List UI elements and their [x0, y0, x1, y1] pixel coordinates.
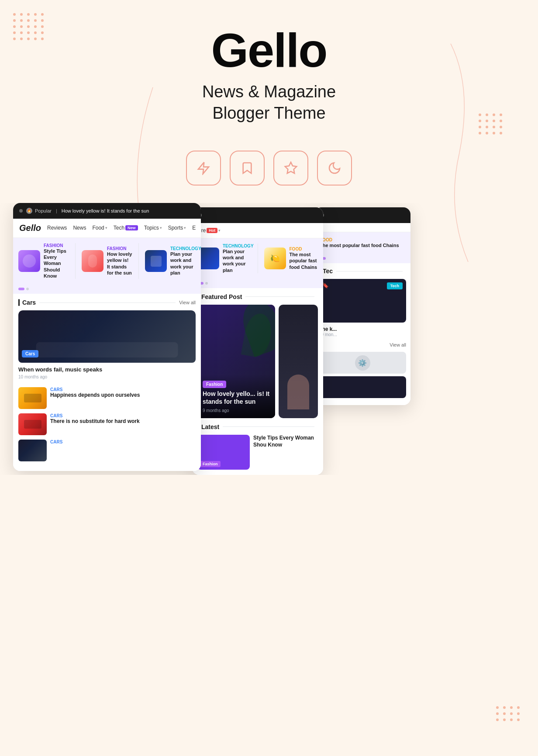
featured-title-tech: Plan your work and work your plan: [223, 248, 254, 273]
big-car-time: 10 months ago: [18, 375, 196, 379]
small-article-1[interactable]: Cars Happiness depends upon ourselves: [18, 387, 196, 409]
nav-tech[interactable]: Tech New: [114, 225, 138, 231]
section-divider-2: [245, 296, 314, 297]
latest-card-left[interactable]: Fashion: [197, 435, 250, 470]
small-article-text-2: Cars There is no substitute for hard wor…: [50, 413, 140, 425]
featured-post-header: Featured Post: [197, 293, 318, 300]
featured-title-3b: The most popular fast food Chains: [320, 242, 399, 248]
figure-deco: [287, 375, 309, 409]
featured-card-food: 🍋 Food The most popular fast food Chains: [264, 244, 318, 273]
featured-post-left[interactable]: Fashion How lovely yello... is! It stand…: [197, 305, 275, 418]
featured-strip-1: Fashion Style Tips Every Woman Should Kn…: [13, 238, 201, 284]
featured-card-3: Food The most popular fast food Chains: [320, 237, 405, 248]
browser-mockup-1: 🔥 Popular | How lovely yellow is! It sta…: [13, 203, 201, 471]
indicator-dot-active: [18, 288, 24, 290]
lightning-button[interactable]: [186, 151, 221, 186]
featured-title-2: How lovely yellow is! It stands for the …: [107, 251, 132, 276]
cars-section-header: Cars View all: [18, 299, 196, 306]
small-article-img-1: [18, 387, 47, 409]
browser-mockup-2: ore Hot ▾ Technology Plan your work and …: [192, 207, 323, 475]
browser-mockup-3: Food The most popular fast food Chains T…: [314, 207, 410, 405]
tech-big-card[interactable]: Tech 🔖: [319, 279, 406, 323]
featured-cat-3b: Food: [320, 237, 399, 242]
section-divider: [39, 302, 176, 303]
featured-card-tech-2: Technology Plan your work and work your …: [197, 244, 252, 273]
small-article-img-3: [18, 440, 47, 461]
hot-badge: Hot: [207, 228, 217, 233]
nav-topics[interactable]: Topics ▾: [144, 225, 162, 231]
hero-subtitle: News & Magazine Blogger Theme: [0, 81, 538, 124]
section-divider-4: [336, 271, 403, 271]
small-article-3[interactable]: Cars: [18, 440, 196, 461]
star-button[interactable]: [273, 151, 308, 186]
small-article-title-2: There is no substitute for hard work: [50, 418, 140, 425]
nav-bar-1: Gello Reviews News Food ▾ Tech New Topic…: [13, 219, 201, 238]
nav-sports[interactable]: Sports ▾: [168, 225, 186, 231]
icon-buttons-row: [0, 151, 538, 186]
small-article-text-3: Cars: [50, 440, 62, 444]
nav-logo-1: Gello: [19, 223, 41, 233]
nav-bar-2: ore Hot ▾: [192, 223, 323, 238]
tech-section-header: Tec: [319, 268, 406, 275]
bookmark-icon: [240, 161, 254, 175]
nav-bar-3: [314, 223, 410, 232]
featured-title-food: The most popular fast food Chains: [290, 251, 318, 270]
featured-text-food: Food The most popular fast food Chains: [290, 247, 318, 270]
featured-text-2: Fashion How lovely yellow is! It stands …: [107, 246, 132, 276]
big-car-card[interactable]: Cars When words fail, music speaks 10 mo…: [18, 310, 196, 383]
lightning-icon: [197, 161, 210, 175]
featured-strip-2: Technology Plan your work and work your …: [192, 238, 323, 278]
tech-article-title: The k...: [319, 326, 406, 332]
bookmark-icon-card: 🔖: [322, 282, 329, 289]
latest-section-header: Latest: [197, 423, 318, 430]
latest-card-title: Style Tips Every Woman Shou Know: [253, 435, 318, 448]
fashion-tag: Fashion: [203, 381, 226, 388]
cars-view-all[interactable]: View all: [179, 300, 196, 305]
latest-section: Latest Fashion Style Tips Every Woman Sh…: [197, 423, 318, 470]
small-article-cat-2: Cars: [50, 413, 140, 418]
featured-cat-food: Food: [290, 247, 318, 251]
featured-card-tech: Technology Plan your work and work your …: [145, 243, 196, 279]
star-icon: [284, 161, 298, 175]
mockups-container: 🔥 Popular | How lovely yellow is! It sta…: [0, 203, 538, 475]
tech-small-card-1[interactable]: ⚙️: [319, 352, 406, 374]
latest-card-right: Style Tips Every Woman Shou Know: [253, 435, 318, 470]
featured-post-right-bg: [279, 305, 318, 418]
tech-small-img-1: ⚙️: [355, 355, 370, 371]
moon-icon: [328, 161, 341, 175]
small-article-title-1: Happiness depends upon ourselves: [50, 392, 140, 399]
featured-cat-1: Fashion: [44, 243, 69, 248]
svg-marker-0: [285, 162, 297, 173]
tech-small-card-2[interactable]: [319, 376, 406, 398]
big-car-info: When words fail, music speaks 10 months …: [18, 363, 196, 383]
decorative-dots-bottomright: [496, 706, 521, 721]
small-article-2[interactable]: Cars There is no substitute for hard wor…: [18, 413, 196, 435]
featured-title-3: Plan your work and work your plan: [170, 251, 201, 276]
strip-divider-2: [138, 243, 139, 279]
nav-explore[interactable]: E: [192, 225, 196, 231]
tech-view-all-container: View all: [319, 340, 406, 348]
featured-title-1: Style Tips Every Woman Should Know: [44, 248, 69, 279]
featured-post-right[interactable]: [279, 305, 318, 418]
bookmark-button[interactable]: [230, 151, 265, 186]
nav-reviews[interactable]: Reviews: [47, 225, 67, 231]
indicator-dot-2: [205, 282, 208, 285]
main-content-1: Cars View all Cars When words fail, musi…: [13, 294, 201, 471]
featured-img-2: [82, 250, 103, 272]
indicator-dot-1: [26, 288, 29, 290]
nav-food[interactable]: Food ▾: [92, 225, 107, 231]
moon-button[interactable]: [317, 151, 352, 186]
popular-icon: 🔥: [26, 208, 32, 214]
featured-strip-3: Food The most popular fast food Chains: [314, 232, 410, 254]
browser-dot: [19, 209, 23, 213]
popular-badge: 🔥 Popular | How lovely yellow is! It sta…: [26, 208, 149, 214]
cars-section-title: Cars: [18, 299, 36, 306]
featured-img-3: [145, 250, 167, 272]
small-article-text-1: Cars Happiness depends upon ourselves: [50, 387, 140, 399]
tech-view-all[interactable]: View all: [390, 342, 406, 347]
hero-title: Gello: [0, 26, 538, 74]
featured-card-fashion-1: Fashion Style Tips Every Woman Should Kn…: [18, 243, 69, 279]
nav-news[interactable]: News: [73, 225, 86, 231]
strip-divider-1: [75, 243, 76, 279]
nav-explore-hot[interactable]: ore Hot ▾: [198, 227, 221, 234]
